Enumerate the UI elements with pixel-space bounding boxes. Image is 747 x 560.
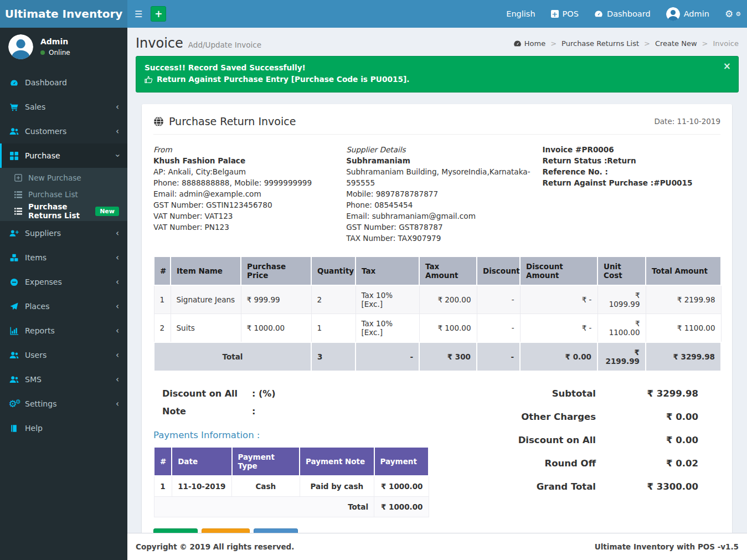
tachometer-icon: [594, 9, 603, 18]
invoice-card: Purchase Return Invoice Date: 11-10-2019…: [142, 104, 732, 533]
page-title: Invoice: [136, 35, 183, 51]
payments-table-header: # Date Payment Type Payment Note Payment: [154, 447, 429, 476]
sidebar-item-items[interactable]: Items ‹: [0, 245, 127, 270]
th-large-icon: [8, 152, 19, 160]
sidebar: Admin Online Dashboard Sales ‹ Customers…: [0, 28, 127, 560]
print-button[interactable]: Print: [202, 528, 250, 533]
breadcrumb-purchase-returns-list[interactable]: Purchase Returns List: [561, 39, 639, 48]
chevron-left-icon: ‹: [116, 102, 119, 112]
globe-icon: [153, 116, 164, 127]
close-icon[interactable]: ×: [723, 61, 731, 71]
chevron-down-icon: ‹: [112, 154, 122, 157]
breadcrumb-separator: >: [644, 39, 650, 48]
sidebar-user-status[interactable]: Online: [40, 49, 70, 56]
return-status: Return Status :Return: [542, 155, 720, 166]
sidebar-item-settings[interactable]: ⚙⚙ Settings ‹: [0, 392, 127, 416]
breadcrumb-home[interactable]: Home: [513, 39, 545, 48]
book-icon: [8, 424, 19, 433]
plus-square-icon: +: [551, 10, 559, 18]
page-footer: Copyright © 2019 All rights reserved. Ul…: [127, 533, 747, 560]
sidebar-item-reports[interactable]: Reports ‹: [0, 318, 127, 343]
purchase-submenu: New Purchase Purchase List Purchase Retu…: [0, 168, 127, 221]
summary-grand-total: Grand Total ₹ 3300.00: [507, 481, 698, 492]
return-against-purchase: Return Against Purchase :#PU0015: [542, 177, 720, 188]
chevron-left-icon: ‹: [116, 301, 119, 311]
dashboard-link[interactable]: Dashboard: [586, 0, 658, 28]
user-plus-icon: [8, 229, 19, 237]
sidebar-item-purchase-list[interactable]: Purchase List: [0, 186, 127, 203]
edit-button[interactable]: Edit: [153, 528, 198, 533]
sidebar-item-sms[interactable]: SMS ‹: [0, 367, 127, 392]
sidebar-item-expenses[interactable]: Expenses ‹: [0, 270, 127, 294]
sidebar-user-panel: Admin Online: [0, 28, 127, 66]
chevron-left-icon: ‹: [116, 277, 119, 287]
users-icon: [8, 376, 19, 383]
new-badge: New: [95, 207, 119, 216]
paper-plane-icon: [8, 302, 19, 311]
invoice-title: Purchase Return Invoice: [169, 115, 296, 127]
shopping-cart-icon: [8, 103, 19, 111]
user-menu[interactable]: Admin: [658, 0, 717, 28]
from-name: Khush Fashion Palace: [153, 155, 335, 166]
breadcrumb-create-new[interactable]: Create New: [655, 39, 697, 48]
chevron-left-icon: ‹: [116, 326, 119, 336]
list-icon: [13, 208, 23, 215]
from-block: From Khush Fashion Palace AP: Ankali, Ci…: [153, 144, 346, 244]
sidebar-item-places[interactable]: Places ‹: [0, 294, 127, 318]
sidebar-item-suppliers[interactable]: Suppliers ‹: [0, 221, 127, 245]
sidebar-item-new-purchase[interactable]: New Purchase: [0, 169, 127, 186]
payments-heading: Payments Information :: [153, 430, 507, 440]
users-icon: [8, 127, 19, 135]
top-navbar: Ultimate Inventory ☰ + English + POS Das…: [0, 0, 747, 28]
sidebar-item-help[interactable]: Help: [0, 416, 127, 440]
minus-circle-icon: [8, 278, 19, 286]
gears-icon: ⚙⚙: [8, 398, 19, 409]
sidebar-item-sales[interactable]: Sales ‹: [0, 95, 127, 119]
pdf-button[interactable]: PDF: [254, 528, 297, 533]
brand-logo[interactable]: Ultimate Inventory: [0, 0, 127, 28]
quick-add-button[interactable]: +: [151, 6, 166, 22]
chevron-left-icon: ‹: [116, 374, 119, 384]
chevron-left-icon: ‹: [116, 126, 119, 136]
sidebar-item-dashboard[interactable]: Dashboard: [0, 70, 127, 95]
summary-discount-on-all: Discount on All ₹ 0.00: [507, 435, 698, 445]
page-subtitle: Add/Update Invoice: [188, 40, 261, 49]
sidebar-toggle-hamburger-icon[interactable]: ☰: [127, 0, 150, 28]
payments-table: # Date Payment Type Payment Note Payment…: [153, 446, 429, 517]
summary-other-charges: Other Charges ₹ 0.00: [507, 412, 698, 422]
table-row: 1 Signature Jeans ₹ 999.99 2 Tax 10%[Exc…: [154, 285, 721, 314]
chevron-left-icon: ‹: [116, 228, 119, 238]
supplier-block: Supplier Details Subhramaniam Subhramani…: [346, 144, 542, 244]
summary-round-off: Round Off ₹ 0.02: [507, 458, 698, 469]
version-text: Ultimate Inventory with POS -v1.5: [595, 542, 739, 551]
breadcrumb-invoice: Invoice: [713, 39, 739, 48]
pos-link[interactable]: + POS: [543, 0, 586, 28]
alert-line2: Return Against Purchase Entry [Purchase …: [157, 74, 409, 85]
language-menu[interactable]: English: [498, 0, 543, 28]
chevron-left-icon: ‹: [116, 253, 119, 263]
invoice-meta-block: Invoice #PR0006 Return Status :Return Re…: [542, 144, 720, 244]
summary-subtotal: Subtotal ₹ 3299.98: [507, 388, 698, 399]
breadcrumb: Home > Purchase Returns List > Create Ne…: [513, 39, 739, 48]
invoice-date: Date: 11-10-2019: [654, 117, 720, 126]
users-icon: [8, 351, 19, 359]
content-header: Invoice Add/Update Invoice Home > Purcha…: [127, 28, 747, 51]
supplier-name: Subhramaniam: [346, 155, 531, 166]
sidebar-item-users[interactable]: Users ‹: [0, 343, 127, 367]
sidebar-item-customers[interactable]: Customers ‹: [0, 119, 127, 143]
alert-line1: Success!! Record Saved Successfully!: [145, 62, 730, 74]
success-alert: Success!! Record Saved Successfully! Ret…: [136, 56, 739, 93]
sidebar-item-purchase[interactable]: Purchase ‹: [0, 143, 127, 168]
invoice-card-header: Purchase Return Invoice Date: 11-10-2019: [153, 110, 720, 135]
sidebar-item-purchase-returns-list[interactable]: Purchase Returns List New: [0, 203, 127, 219]
payment-row: 1 11-10-2019 Cash Paid by cash ₹ 1000.00: [154, 476, 429, 497]
breadcrumb-separator: >: [702, 39, 708, 48]
chevron-left-icon: ‹: [116, 350, 119, 360]
thumbs-up-icon: [145, 75, 153, 84]
settings-gears-icon[interactable]: ⚙⚙: [717, 0, 747, 28]
items-table: # Item Name Purchase Price Quantity Tax …: [153, 256, 722, 372]
cubes-icon: [8, 254, 19, 262]
avatar: [8, 34, 33, 59]
items-total-row: Total 3 - ₹ 300 - ₹ 0.00 ₹ 2199.99 ₹ 329…: [154, 342, 721, 371]
breadcrumb-separator: >: [550, 39, 557, 48]
